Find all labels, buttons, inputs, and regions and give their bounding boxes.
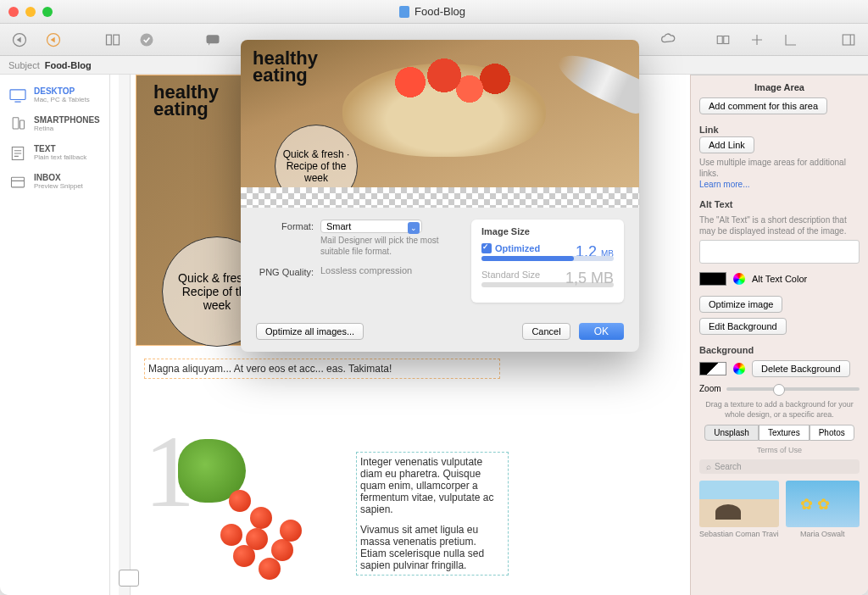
device-label: SMARTPHONES (34, 115, 100, 125)
search-placeholder: Search (715, 462, 742, 471)
desktop-icon (8, 86, 27, 105)
add-link-button[interactable]: Add Link (699, 136, 754, 153)
search-icon: ⌕ (706, 462, 711, 471)
zoom-slider[interactable] (726, 387, 860, 391)
delete-background-button[interactable]: Delete Background (752, 360, 850, 377)
bg-thumb-2[interactable]: Maria Oswalt (786, 481, 860, 538)
bg-thumb-1[interactable]: Sebastian Coman Travi (699, 481, 779, 538)
format-select[interactable]: Smart⌄ (320, 220, 422, 233)
device-label: DESKTOP (34, 86, 90, 96)
alt-help-text: The "Alt Text" is a short description th… (699, 214, 860, 236)
toolbar-corner-icon[interactable] (780, 30, 802, 50)
tab-textures[interactable]: Textures (759, 425, 810, 441)
device-sub: Preview Snippet (34, 182, 83, 190)
device-label: TEXT (34, 144, 86, 153)
chevron-down-icon: ⌄ (410, 224, 417, 232)
ok-button[interactable]: OK (579, 323, 624, 340)
device-desktop[interactable]: DESKTOPMac, PC & Tablets (0, 81, 109, 110)
layout-toggle-icon[interactable] (119, 570, 139, 587)
image-size-card: Image Size 1,2 MB Optimized 1,5 MB Stand… (471, 220, 624, 303)
toolbar-test-icon[interactable] (42, 30, 64, 50)
inspector-panel: Contents Style Teamwork Image Area Add c… (690, 56, 868, 595)
phone-icon (8, 115, 27, 134)
bg-source-tabs: Unsplash Textures Photos (691, 423, 868, 442)
tomato-icon (229, 490, 251, 512)
learn-more-link[interactable]: Learn more... (699, 180, 749, 189)
window-title-text: Food-Blog (415, 5, 465, 18)
terms-link[interactable]: Terms of Use (691, 442, 868, 458)
minimize-icon[interactable] (25, 7, 36, 17)
titlebar: Food-Blog (0, 0, 868, 24)
device-text[interactable]: TEXTPlain text fallback (0, 139, 109, 168)
vegetable-image[interactable] (170, 439, 339, 592)
tab-unsplash[interactable]: Unsplash (704, 425, 759, 441)
color-wheel-icon[interactable] (733, 363, 745, 375)
toolbar-check-icon[interactable] (136, 30, 158, 50)
hero-title: healthyeating (153, 84, 219, 118)
toolbar-comment-icon[interactable] (202, 30, 224, 50)
optimize-all-button[interactable]: Optimize all images... (256, 323, 364, 340)
svg-rect-12 (13, 118, 19, 129)
standard-size: 1,5 MB (565, 270, 614, 287)
svg-rect-6 (717, 36, 722, 43)
close-icon[interactable] (8, 7, 19, 17)
toolbar-layout-icon[interactable] (102, 30, 124, 50)
device-sub: Mac, PC & Tablets (34, 96, 90, 103)
right-text-column[interactable]: Integer venenatis vulputate diam eu phar… (356, 452, 509, 576)
device-sub: Plain text fallback (34, 153, 86, 161)
tomato-icon (250, 507, 272, 529)
toolbar-add-icon[interactable] (746, 30, 768, 50)
window-title: Food-Blog (53, 5, 812, 18)
tab-photos[interactable]: Photos (810, 425, 854, 441)
png-quality-value: Lossless compression (320, 265, 412, 275)
device-inbox[interactable]: INBOXPreview Snippet (0, 168, 109, 197)
svg-rect-3 (114, 35, 120, 45)
png-quality-label: PNG Quality: (256, 265, 314, 277)
subject-label: Subject (8, 60, 40, 70)
toolbar-send-icon[interactable] (8, 30, 31, 50)
optimized-bar (481, 256, 614, 261)
alt-text-input[interactable] (699, 240, 860, 264)
svg-rect-7 (724, 36, 729, 43)
svg-rect-8 (843, 35, 854, 45)
zoom-label: Zoom (699, 384, 721, 393)
drag-help-text: Drag a texture to add a background for y… (691, 397, 868, 423)
optimize-image-button[interactable]: Optimize image (699, 296, 782, 313)
thumb-image (699, 481, 779, 527)
tomato-icon (220, 524, 242, 546)
alt-color-swatch[interactable] (699, 272, 726, 286)
subject-value[interactable]: Food-Blog (45, 60, 92, 70)
color-wheel-icon[interactable] (733, 273, 745, 285)
link-section-label: Link (691, 120, 868, 136)
check-icon (481, 243, 492, 253)
toolbar-align-icon[interactable] (712, 30, 734, 50)
area-title: Image Area (691, 75, 868, 97)
format-label: Format: (256, 220, 314, 231)
text-icon (8, 144, 27, 163)
format-help: Mail Designer will pick the most suitabl… (320, 233, 454, 257)
lorem-text-block[interactable]: Magna aliquyam... At vero eos et acc... … (144, 359, 500, 379)
cancel-button[interactable]: Cancel (522, 323, 570, 340)
add-comment-button[interactable]: Add comment for this area (699, 97, 827, 114)
traffic-lights[interactable] (8, 7, 53, 17)
device-sub: Retina (34, 125, 100, 132)
spoon-illustration (552, 46, 639, 120)
tomato-icon (280, 520, 302, 542)
bg-swatch[interactable] (699, 362, 726, 375)
thumb-image (786, 481, 860, 527)
paragraph: Integer venenatis vulputate diam eu phar… (360, 456, 504, 515)
toolbar-cloud-icon[interactable] (658, 30, 680, 50)
svg-rect-5 (207, 35, 220, 43)
device-label: INBOX (34, 173, 83, 182)
ruler (119, 75, 131, 595)
toolbar-inspector-icon[interactable] (837, 30, 860, 50)
transparency-grid (241, 187, 639, 208)
svg-rect-10 (10, 90, 25, 100)
maximize-icon[interactable] (42, 7, 53, 17)
search-input[interactable]: ⌕ Search (699, 459, 860, 474)
alt-section-label: Alt Text (691, 194, 868, 211)
device-phones[interactable]: SMARTPHONESRetina (0, 110, 109, 139)
tomato-icon (233, 545, 255, 567)
edit-background-button[interactable]: Edit Background (699, 318, 787, 335)
toast-illustration (342, 64, 546, 157)
